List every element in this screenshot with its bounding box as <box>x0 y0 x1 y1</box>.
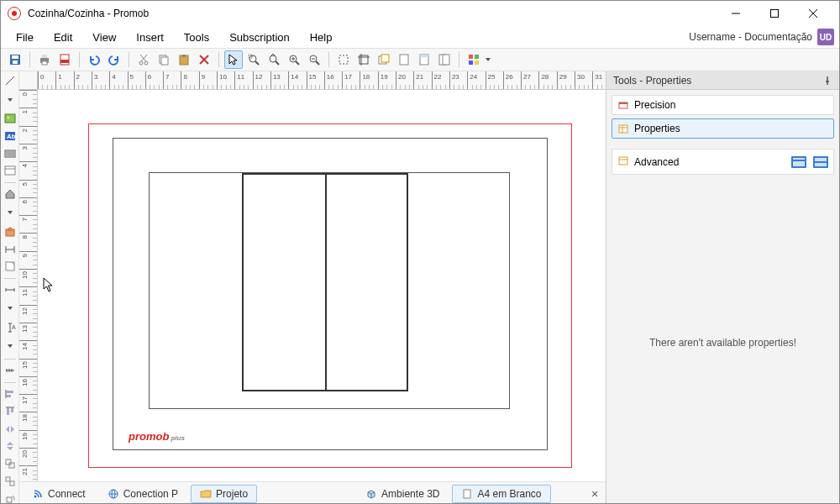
svg-rect-45 <box>469 55 473 59</box>
view-alphabetical-button[interactable] <box>813 156 828 168</box>
text-tool-icon[interactable]: Ab <box>3 130 18 143</box>
tab-connect[interactable]: Connect <box>23 485 95 503</box>
tab-projeto[interactable]: Projeto <box>191 485 257 503</box>
cube-icon <box>365 488 377 500</box>
svg-rect-9 <box>42 61 47 65</box>
menu-view[interactable]: View <box>82 28 126 47</box>
measure-icon[interactable] <box>3 365 18 377</box>
menu-bar: File Edit View Insert Tools Subscription… <box>1 26 839 48</box>
toolbar <box>1 48 839 71</box>
page3-icon[interactable] <box>435 50 454 69</box>
home-icon[interactable] <box>3 188 18 201</box>
rotate-icon[interactable] <box>3 492 18 504</box>
redo-icon[interactable] <box>105 50 123 69</box>
vdim-dropdown[interactable] <box>7 339 13 354</box>
note-icon[interactable] <box>3 260 18 273</box>
svg-rect-79 <box>7 408 9 415</box>
svg-line-32 <box>316 61 319 65</box>
svg-rect-17 <box>161 57 168 65</box>
tab-close-button[interactable]: × <box>587 486 602 501</box>
precision-item[interactable]: Precision <box>612 95 834 115</box>
layer-icon[interactable] <box>375 50 393 69</box>
barcode-icon[interactable] <box>3 147 18 160</box>
print-icon[interactable] <box>35 50 54 69</box>
zoom-out-icon[interactable] <box>305 50 323 69</box>
tab-a4-branco[interactable]: A4 em Branco <box>452 485 550 503</box>
svg-point-13 <box>144 61 148 65</box>
svg-rect-84 <box>10 481 14 486</box>
menu-insert[interactable]: Insert <box>126 28 174 47</box>
line-dropdown[interactable] <box>7 92 13 108</box>
align-left-icon[interactable] <box>3 388 18 401</box>
tab-label: Ambiente 3D <box>381 488 439 500</box>
undo-icon[interactable] <box>85 50 103 69</box>
minimize-button[interactable] <box>717 1 755 26</box>
hdim-dropdown[interactable] <box>7 301 13 316</box>
save-icon[interactable] <box>6 50 24 69</box>
menu-help[interactable]: Help <box>300 28 343 47</box>
user-badge[interactable]: UD <box>817 29 834 45</box>
zoom-in-icon[interactable] <box>285 50 303 69</box>
ruler-horizontal: 0123456789101112131415161718192021222324… <box>38 71 606 90</box>
vdim-icon[interactable]: A <box>3 321 18 333</box>
precision-label: Precision <box>634 99 675 111</box>
line-tool-icon[interactable] <box>3 75 18 87</box>
delete-icon[interactable] <box>195 50 213 69</box>
svg-line-49 <box>6 76 14 85</box>
svg-rect-39 <box>381 55 389 62</box>
svg-rect-96 <box>619 157 627 165</box>
menu-subscription[interactable]: Subscription <box>219 28 300 47</box>
copy-icon[interactable] <box>155 50 173 69</box>
view-categorized-button[interactable] <box>791 156 806 168</box>
advanced-icon <box>617 155 629 169</box>
ruler-corner <box>19 71 38 90</box>
zoom-dynamic-icon[interactable] <box>265 50 283 69</box>
bottom-tabs: Connect Conection P Projeto Ambiente 3D … <box>19 481 606 504</box>
pdf-icon[interactable] <box>55 50 74 69</box>
tab-ambiente-3d[interactable]: Ambiente 3D <box>356 485 449 503</box>
svg-rect-6 <box>13 60 18 64</box>
menu-tools[interactable]: Tools <box>174 28 219 47</box>
svg-rect-83 <box>6 477 10 481</box>
page2-icon[interactable] <box>415 50 433 69</box>
grid-dropdown[interactable] <box>485 50 491 69</box>
user-label[interactable]: Username - Documentação <box>689 31 812 43</box>
page-icon[interactable] <box>395 50 413 69</box>
cut-icon[interactable] <box>134 50 153 69</box>
svg-point-86 <box>34 495 37 497</box>
canvas[interactable]: promobplus <box>38 90 606 481</box>
pin-icon[interactable] <box>822 76 832 86</box>
svg-rect-44 <box>443 55 449 65</box>
cabinet-drawing[interactable] <box>242 173 408 391</box>
hdim-icon[interactable] <box>3 284 18 297</box>
flip-h-icon[interactable] <box>3 423 18 435</box>
drawing-frame <box>149 172 510 409</box>
advanced-section: Advanced <box>612 149 834 175</box>
flip-v-icon[interactable] <box>3 440 18 453</box>
puzzle-icon[interactable] <box>3 226 18 239</box>
crop-icon[interactable] <box>334 50 353 69</box>
menu-edit[interactable]: Edit <box>44 28 82 47</box>
tab-label: Projeto <box>216 488 248 500</box>
tab-conection-p[interactable]: Conection P <box>98 485 187 503</box>
menu-file[interactable]: File <box>6 28 44 47</box>
image-tool-icon[interactable] <box>3 113 18 125</box>
align-top-icon[interactable] <box>3 405 18 417</box>
panel-icon[interactable] <box>3 165 18 177</box>
title-bar: Cozinha/Cozinha - Promob <box>1 1 839 26</box>
properties-item[interactable]: Properties <box>612 118 834 139</box>
maximize-button[interactable] <box>755 1 794 26</box>
ungroup-icon[interactable] <box>3 475 18 487</box>
app-icon <box>8 7 21 20</box>
paste-icon[interactable] <box>175 50 193 69</box>
svg-rect-82 <box>9 463 14 468</box>
crop2-icon[interactable] <box>354 50 373 69</box>
grid-icon[interactable] <box>465 50 483 69</box>
group-icon[interactable] <box>3 458 18 470</box>
close-button[interactable] <box>794 1 832 26</box>
zoom-window-icon[interactable] <box>244 50 263 69</box>
select-tool-icon[interactable] <box>224 50 243 69</box>
dimension-icon[interactable] <box>3 243 18 255</box>
page-boundary: promobplus <box>88 123 572 468</box>
home-dropdown[interactable] <box>7 205 13 220</box>
